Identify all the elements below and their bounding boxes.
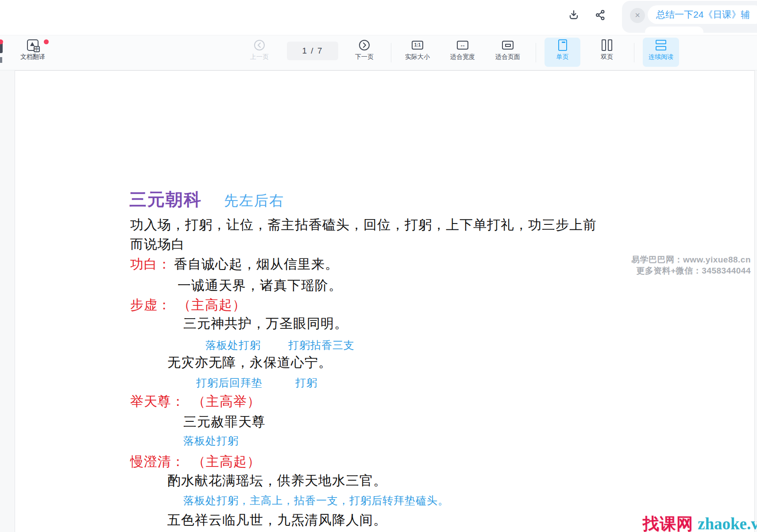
fit-width-icon: ↔ (457, 39, 468, 51)
annotation-line: 落板处打躬，主高上，拈香一支，打躬后转拜垫磕头。 (183, 494, 449, 507)
text-line: 酌水献花满瑶坛，供养天地水三官。 (167, 473, 387, 488)
prev-page-button[interactable]: 上一页 (244, 39, 274, 60)
text-line: 举天尊：（主高举） (130, 393, 261, 409)
translate-button[interactable]: 中 文档翻译 (18, 39, 48, 60)
next-page-label: 下一页 (355, 54, 374, 60)
document-title: 三元朝科 (129, 188, 202, 212)
close-icon[interactable]: × (630, 8, 645, 23)
single-page-icon (558, 39, 567, 51)
text-line: 功白：香自诚心起，烟从信里来。 (130, 256, 339, 272)
annotation-line: 落板处打躬打躬拈香三支 (205, 339, 355, 351)
fit-width-label: 适合宽度 (450, 54, 475, 60)
prev-page-label: 上一页 (250, 54, 269, 60)
brand-en: zhaoke.vip (698, 515, 757, 532)
continuous-reading-icon (656, 39, 666, 51)
translate-icon: 中 (27, 39, 39, 51)
fit-page-button[interactable]: 适合页面 (490, 39, 525, 60)
watermark-line: 易学巴巴网：www.yixue88.cn (631, 254, 751, 265)
download-button[interactable] (565, 6, 583, 24)
single-page-label: 单页 (556, 54, 569, 60)
brand-cn: 找课网 (643, 515, 693, 532)
text-line: 一诚通天界，诸真下瑶阶。 (178, 278, 342, 293)
fit-page-label: 适合页面 (495, 54, 520, 60)
site-brand: 找课网zhaoke.vip (643, 513, 757, 532)
text-line: 功入场，打躬，让位，斋主拈香磕头，回位，打躬，上下单打礼，功三步上前 (130, 217, 597, 232)
assistant-suggestion-text: 总结一下24《日课》辅 (648, 5, 757, 24)
document-title-row: 三元朝科 先左后右 (129, 188, 284, 212)
fit-width-button[interactable]: ↔ 适合宽度 (445, 39, 480, 60)
annotation-line: 落板处打躬 (183, 435, 239, 447)
ai-assistant-panel: × 总结一下24《日课》辅 (622, 1, 757, 33)
text-line: 五色祥云临凡世，九炁清风降人间。 (167, 512, 387, 528)
top-bar: × 总结一下24《日课》辅 (0, 0, 757, 35)
text-line: 慢澄清：（主高起） (130, 454, 261, 469)
watermark: 易学巴巴网：www.yixue88.cn 更多资料+微信：3458344044 (631, 254, 751, 276)
double-page-button[interactable]: 双页 (592, 39, 622, 60)
chevron-right-circle-icon (359, 39, 370, 51)
annotation-line: 打躬后回拜垫打躬 (196, 377, 317, 389)
actual-size-label: 实际大小 (405, 54, 430, 60)
download-icon (568, 9, 580, 21)
single-page-button[interactable]: 单页 (545, 38, 580, 67)
toolbar-divider (634, 43, 634, 62)
actual-size-button[interactable]: 1:1 实际大小 (400, 39, 435, 60)
chevron-left-circle-icon (254, 39, 265, 51)
translate-label: 文档翻译 (20, 54, 45, 60)
share-button[interactable] (591, 6, 609, 24)
double-page-icon (602, 39, 612, 51)
notification-dot (44, 39, 49, 44)
page-number-input[interactable]: 1 / 7 (287, 42, 338, 60)
toolbar-divider (391, 43, 391, 62)
text-line: 无灾亦无障，永保道心宁。 (167, 355, 332, 370)
text-line: 步虚：（主高起） (130, 297, 246, 312)
next-page-button[interactable]: 下一页 (349, 39, 379, 60)
assistant-suggestion-chip[interactable]: 总结一下24《日课》辅 (648, 5, 757, 24)
actual-size-icon: 1:1 (412, 39, 423, 51)
document-viewer[interactable]: 三元朝科 先左后右 功入场，打躬，让位，斋主拈香磕头，回位，打躬，上下单打礼，功… (0, 70, 757, 532)
assistant-suggestion-chip-partial[interactable] (645, 27, 703, 33)
text-line: 而说场白 (130, 236, 185, 252)
share-icon (594, 9, 606, 21)
reader-toolbar: 中 文档翻译 上一页 1 / 7 下一页 1:1 实际大小 ↔ 适合宽度 适合页… (0, 35, 757, 70)
continuous-reading-button[interactable]: 连续阅读 (643, 38, 679, 67)
pdf-reader-app: { "assistant": { "close": "×", "suggesti… (0, 0, 757, 532)
text-line: 三元神共护，万圣眼同明。 (183, 316, 348, 331)
clipped-toolbar-label (0, 57, 2, 63)
text-line: 三元赦罪天尊 (183, 414, 266, 429)
toolbar-divider (536, 43, 536, 62)
double-page-label: 双页 (601, 54, 613, 60)
fit-page-icon (502, 39, 514, 51)
document-subtitle: 先左后右 (224, 191, 284, 211)
document-page: 三元朝科 先左后右 功入场，打躬，让位，斋主拈香磕头，回位，打躬，上下单打礼，功… (15, 70, 755, 532)
continuous-reading-label: 连续阅读 (649, 54, 673, 60)
watermark-line: 更多资料+微信：3458344044 (631, 265, 751, 276)
